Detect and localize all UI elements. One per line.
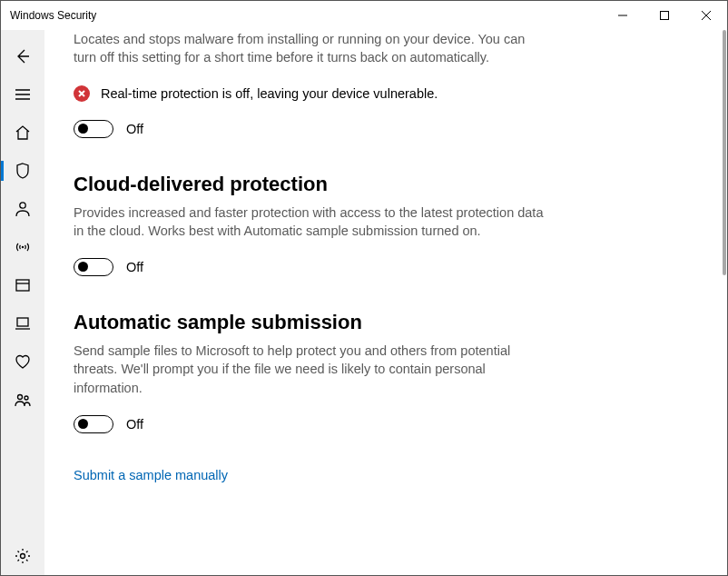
- titlebar: Windows Security: [1, 1, 727, 30]
- window-body: Locates and stops malware from installin…: [1, 30, 727, 575]
- sidebar-settings[interactable]: [1, 537, 44, 575]
- submit-sample-link[interactable]: Submit a sample manually: [74, 468, 228, 482]
- error-icon: [74, 85, 90, 102]
- svg-point-7: [21, 554, 25, 559]
- content-area[interactable]: Locates and stops malware from installin…: [44, 30, 727, 575]
- sidebar-device-security[interactable]: [1, 304, 44, 343]
- close-icon: [702, 11, 711, 20]
- people-icon: [14, 391, 32, 409]
- minimize-icon: [618, 11, 627, 20]
- cloud-desc: Provides increased and faster protection…: [74, 204, 546, 241]
- realtime-warning-text: Real-time protection is off, leaving you…: [101, 86, 438, 101]
- svg-rect-3: [16, 280, 29, 291]
- sample-toggle[interactable]: [74, 415, 113, 433]
- sidebar-virus-protection[interactable]: [1, 152, 44, 190]
- sidebar-device-performance[interactable]: [1, 343, 44, 381]
- cloud-toggle-row: Off: [74, 258, 546, 276]
- realtime-toggle-row: Off: [74, 120, 546, 138]
- svg-point-2: [22, 246, 24, 248]
- sidebar-family-options[interactable]: [1, 381, 44, 419]
- cloud-toggle-label: Off: [126, 260, 143, 274]
- sidebar-home[interactable]: [1, 114, 44, 152]
- cloud-toggle[interactable]: [74, 258, 113, 276]
- app-window: Windows Security: [0, 0, 728, 576]
- window-icon: [14, 276, 32, 294]
- shield-icon: [14, 162, 32, 180]
- heart-icon: [14, 353, 32, 371]
- laptop-icon: [14, 314, 32, 333]
- minimize-button[interactable]: [602, 1, 644, 30]
- sample-toggle-label: Off: [126, 417, 143, 432]
- scrollbar-thumb[interactable]: [723, 30, 726, 275]
- sidebar-app-browser[interactable]: [1, 266, 44, 304]
- close-button[interactable]: [685, 1, 727, 30]
- maximize-icon: [660, 11, 669, 20]
- svg-point-5: [18, 395, 23, 400]
- content-inner: Locates and stops malware from installin…: [74, 30, 546, 483]
- realtime-warning-row: Real-time protection is off, leaving you…: [74, 85, 546, 102]
- person-icon: [14, 200, 32, 218]
- sidebar-firewall[interactable]: [1, 228, 44, 266]
- realtime-toggle-label: Off: [126, 122, 143, 136]
- arrow-left-icon: [14, 47, 32, 65]
- gear-icon: [14, 547, 32, 565]
- section-cloud: Cloud-delivered protection Provides incr…: [74, 173, 546, 277]
- section-realtime: Locates and stops malware from installin…: [74, 30, 546, 138]
- svg-point-6: [25, 396, 28, 400]
- section-sample: Automatic sample submission Send sample …: [74, 311, 546, 483]
- window-title: Windows Security: [1, 9, 96, 22]
- svg-rect-0: [661, 12, 669, 20]
- svg-rect-4: [17, 318, 28, 326]
- sidebar-menu[interactable]: [1, 75, 44, 114]
- window-controls: [602, 1, 727, 30]
- cloud-heading: Cloud-delivered protection: [74, 173, 546, 196]
- home-icon: [14, 124, 32, 142]
- realtime-desc: Locates and stops malware from installin…: [74, 30, 546, 67]
- svg-point-1: [20, 203, 25, 208]
- sidebar-account-protection[interactable]: [1, 190, 44, 228]
- scrollbar[interactable]: [714, 30, 727, 575]
- sidebar: [1, 30, 44, 575]
- sample-toggle-row: Off: [74, 415, 546, 433]
- sample-desc: Send sample files to Microsoft to help p…: [74, 342, 546, 397]
- realtime-toggle[interactable]: [74, 120, 113, 138]
- sidebar-back[interactable]: [1, 37, 44, 75]
- signal-icon: [14, 238, 32, 256]
- menu-icon: [15, 86, 31, 103]
- maximize-button[interactable]: [644, 1, 685, 30]
- sample-heading: Automatic sample submission: [74, 311, 546, 334]
